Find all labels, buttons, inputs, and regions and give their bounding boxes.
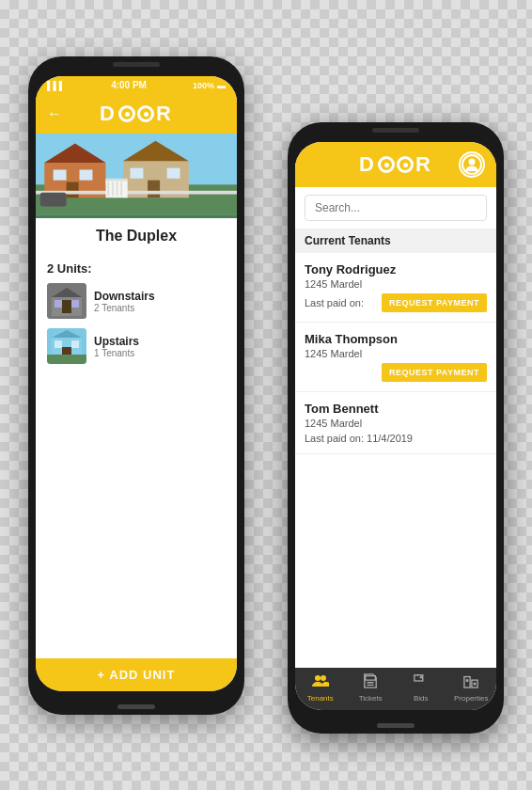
nav-item-properties[interactable]: Properties: [446, 673, 497, 703]
front-logo-circle2: [397, 156, 414, 173]
svg-rect-9: [130, 168, 143, 179]
user-svg: [462, 154, 482, 175]
door-logo-back: D R: [100, 102, 173, 126]
phone-screen-front: D R Current Tenants: [295, 142, 496, 710]
properties-nav-label: Properties: [454, 694, 488, 703]
tenant-paid-label-tom: Last paid on: 11/4/2019: [305, 433, 413, 444]
bottom-navigation: Tenants Tickets: [295, 668, 496, 710]
tickets-nav-label: Tickets: [359, 694, 383, 703]
tenants-nav-icon: [312, 673, 329, 692]
tenant-paid-row-tom: Last paid on: 11/4/2019: [305, 433, 487, 444]
logo-d: D: [100, 102, 117, 126]
app-header-front: D R: [295, 142, 496, 187]
user-profile-icon[interactable]: [459, 151, 485, 178]
phone-back: ▌▌▌ 4:00 PM 100% ▬ ← D R: [28, 56, 244, 715]
svg-rect-17: [117, 182, 118, 197]
properties-nav-icon: [462, 673, 479, 692]
unit-name-upstairs: Upstairs: [94, 335, 139, 348]
house-illustration: [36, 134, 237, 218]
tenant-address-tony: 1245 Mardel: [305, 278, 487, 290]
svg-point-36: [321, 675, 326, 681]
unit-item-downstairs[interactable]: Downstairs 2 Tenants: [47, 283, 226, 319]
house-bg: [36, 134, 237, 218]
tenants-icon-svg: [312, 673, 329, 688]
svg-rect-24: [55, 300, 62, 308]
unit-tenants-upstairs: 1 Tenants: [94, 348, 139, 358]
nav-item-tickets[interactable]: Tickets: [346, 673, 397, 703]
tenant-paid-row-mika: REQUEST PAYMENT: [305, 363, 487, 382]
battery-icon: 100% ▬: [193, 81, 226, 90]
svg-rect-6: [67, 182, 79, 198]
downstairs-thumb-svg: [47, 283, 86, 319]
svg-rect-15: [107, 182, 109, 197]
tenant-address-tom: 1245 Mardel: [305, 418, 487, 429]
svg-rect-18: [120, 182, 122, 197]
logo-circle2: [137, 105, 154, 122]
unit-item-upstairs[interactable]: Upstairs 1 Tenants: [47, 328, 226, 364]
nav-item-tenants[interactable]: Tenants: [295, 673, 346, 703]
unit-name-downstairs: Downstairs: [94, 290, 155, 303]
svg-rect-16: [112, 182, 114, 197]
phone-front: D R Current Tenants: [288, 122, 504, 734]
battery-bar: ▬: [217, 81, 226, 90]
svg-rect-4: [54, 169, 67, 180]
status-bar-back: ▌▌▌ 4:00 PM 100% ▬: [36, 76, 237, 94]
svg-rect-10: [167, 168, 180, 179]
svg-point-34: [469, 159, 476, 166]
search-bar[interactable]: [305, 195, 487, 221]
back-arrow-icon[interactable]: ←: [47, 105, 62, 122]
tenant-card-tom: Tom Bennett 1245 Mardel Last paid on: 11…: [295, 392, 496, 454]
logo-r: R: [156, 102, 173, 126]
battery-text: 100%: [193, 81, 214, 90]
units-label: 2 Units:: [47, 261, 226, 276]
unit-info-upstairs: Upstairs 1 Tenants: [94, 335, 139, 358]
door-logo-front: D R: [359, 152, 432, 177]
svg-rect-25: [71, 300, 79, 308]
section-header-tenants: Current Tenants: [295, 229, 496, 253]
units-section: 2 Units: Downstairs 2 Tenants: [36, 254, 237, 464]
svg-rect-23: [62, 300, 71, 313]
unit-thumb-upstairs: [47, 328, 86, 364]
svg-rect-44: [466, 679, 469, 682]
signal-icons: ▌▌▌: [47, 81, 65, 90]
tenant-card-mika: Mika Thompson 1245 Mardel REQUEST PAYMEN…: [295, 323, 496, 392]
tenants-nav-label: Tenants: [307, 694, 334, 703]
svg-point-35: [315, 675, 321, 681]
phone-screen-back: ▌▌▌ 4:00 PM 100% ▬ ← D R: [36, 76, 237, 691]
tenant-name-tom: Tom Bennett: [305, 402, 487, 416]
svg-rect-19: [105, 179, 127, 182]
signal-icon: ▌▌▌: [47, 81, 65, 90]
nav-item-bids[interactable]: Bids: [396, 673, 446, 703]
request-payment-button-mika[interactable]: REQUEST PAYMENT: [382, 363, 487, 382]
app-header-back: ← D R: [36, 94, 237, 134]
svg-rect-32: [47, 355, 86, 364]
tenant-paid-label-tony: Last paid on:: [305, 297, 364, 308]
svg-rect-45: [474, 683, 477, 686]
front-spacer: [295, 454, 496, 668]
front-logo-d: D: [359, 152, 376, 177]
search-input[interactable]: [315, 201, 477, 214]
svg-rect-11: [148, 181, 160, 198]
front-logo-r: R: [415, 152, 432, 177]
svg-rect-42: [464, 677, 470, 688]
house-image: [36, 134, 237, 218]
tenant-card-tony: Tony Rodriguez 1245 Mardel Last paid on:…: [295, 253, 496, 323]
bids-nav-label: Bids: [414, 694, 429, 703]
upstairs-thumb-svg: [47, 328, 86, 364]
request-payment-button-tony[interactable]: REQUEST PAYMENT: [382, 293, 487, 312]
property-title-section: The Duplex: [36, 218, 237, 254]
status-time: 4:00 PM: [65, 80, 193, 90]
svg-rect-5: [80, 169, 93, 180]
tenant-address-mika: 1245 Mardel: [305, 348, 487, 359]
unit-thumb-downstairs: [47, 283, 86, 319]
bids-icon-svg: [413, 673, 430, 688]
logo-circle: [118, 105, 135, 122]
property-title: The Duplex: [47, 228, 226, 245]
add-unit-button[interactable]: + ADD UNIT: [36, 658, 237, 691]
home-button-back[interactable]: [117, 704, 155, 709]
svg-rect-31: [71, 340, 79, 348]
bids-nav-icon: [413, 673, 430, 692]
tenant-name-tony: Tony Rodriguez: [305, 262, 487, 276]
home-button-front[interactable]: [377, 723, 415, 728]
spacer: [36, 464, 237, 658]
